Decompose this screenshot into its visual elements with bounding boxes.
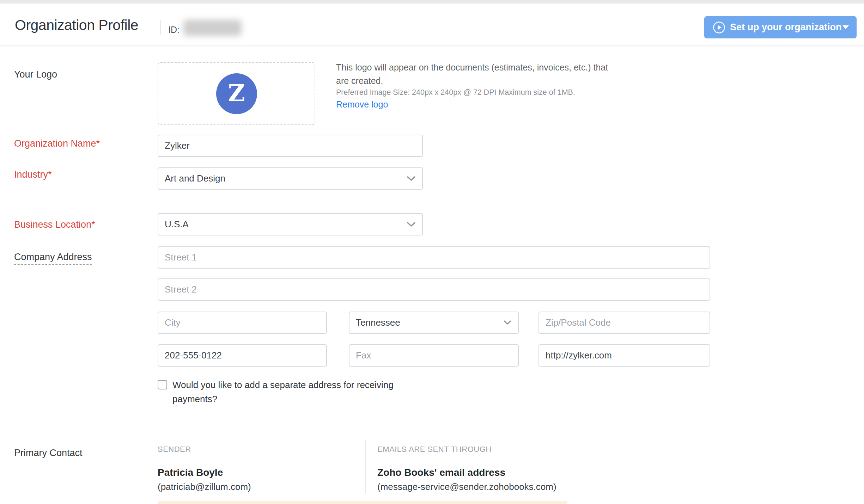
chevron-down-icon [407, 176, 416, 182]
organization-profile-page: Organization Profile ID: Set up your org… [0, 0, 864, 504]
company-address-label: Company Address [14, 252, 92, 263]
play-circle-icon [713, 21, 725, 34]
setup-organization-button[interactable]: Set up your organization [704, 16, 857, 38]
organization-id-label: ID: [168, 25, 180, 35]
business-location-selected-value: U.S.A [165, 219, 407, 230]
separate-address-checkbox[interactable] [158, 380, 167, 389]
sender-name: Patricia Boyle [158, 467, 223, 478]
industry-label: Industry* [14, 169, 52, 180]
logo-letter: Z [228, 81, 245, 105]
window-top-strip [0, 0, 864, 4]
phone-input[interactable] [158, 344, 327, 367]
organization-logo: Z [216, 73, 257, 114]
state-select[interactable]: Tennessee [349, 312, 519, 334]
chevron-down-icon [503, 320, 512, 325]
warning-banner-top-edge [158, 501, 567, 504]
organization-id-redacted [183, 20, 242, 36]
separate-address-row: Would you like to add a separate address… [158, 378, 419, 406]
logo-description-text: This logo will appear on the documents (… [336, 61, 618, 87]
organization-name-input[interactable] [158, 135, 423, 157]
primary-contact-divider [365, 440, 366, 493]
emails-sent-through-name: Zoho Books' email address [377, 467, 505, 478]
chevron-down-icon [407, 222, 416, 227]
business-location-select[interactable]: U.S.A [158, 213, 423, 235]
your-logo-label: Your Logo [14, 69, 57, 80]
city-input[interactable] [158, 312, 327, 334]
title-divider [160, 20, 161, 35]
emails-sent-through-header: EMAILS ARE SENT THROUGH [377, 445, 492, 454]
setup-button-label: Set up your organization [730, 22, 842, 33]
logo-size-note: Preferred Image Size: 240px x 240px @ 72… [336, 88, 575, 97]
street2-input[interactable] [158, 278, 710, 301]
sender-email: (patriciab@zillum.com) [158, 481, 251, 492]
zip-input[interactable] [539, 312, 710, 334]
organization-name-label: Organization Name* [14, 138, 100, 149]
sender-column-header: SENDER [158, 445, 191, 454]
logo-upload-area[interactable]: Z [158, 62, 315, 125]
fax-input[interactable] [349, 344, 519, 367]
page-header: Organization Profile ID: Set up your org… [0, 4, 864, 46]
street1-input[interactable] [158, 246, 710, 269]
business-location-label: Business Location* [14, 219, 95, 230]
emails-sent-through-email: (message-service@sender.zohobooks.com) [377, 481, 556, 492]
remove-logo-link[interactable]: Remove logo [336, 99, 388, 110]
industry-selected-value: Art and Design [165, 173, 407, 184]
separate-address-checkbox-label[interactable]: Would you like to add a separate address… [172, 378, 419, 406]
state-selected-value: Tennessee [356, 317, 503, 328]
dropdown-caret-icon[interactable] [842, 25, 849, 29]
industry-select[interactable]: Art and Design [158, 167, 423, 190]
page-title: Organization Profile [15, 17, 138, 33]
website-input[interactable] [539, 344, 710, 367]
primary-contact-label: Primary Contact [14, 448, 83, 459]
